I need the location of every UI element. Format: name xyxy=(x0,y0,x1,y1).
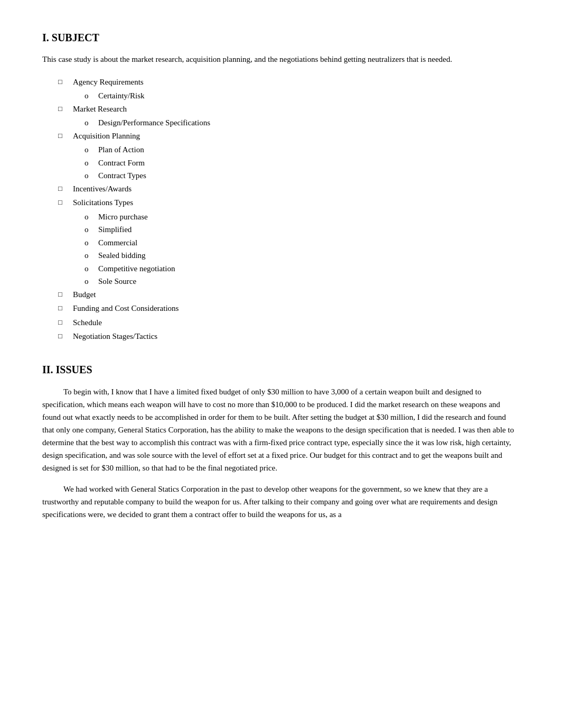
list-item-label-schedule: Schedule xyxy=(73,317,102,329)
sub-item-plan: o Plan of Action xyxy=(85,144,519,156)
sub-item-design: o Design/Performance Specifications xyxy=(85,117,519,129)
sub-outline-acquisition: o Plan of Action o Contract Form o Contr… xyxy=(85,144,519,182)
section-subject-heading: I. SUBJECT xyxy=(42,32,519,44)
sub-outline-agency: o Certainty/Risk xyxy=(85,90,519,102)
sub-outline-solicitations: o Micro purchase o Simplified o Commerci… xyxy=(85,211,519,288)
sub-bullet-certainty: o xyxy=(85,90,96,102)
list-item-schedule: □ Schedule xyxy=(58,317,519,329)
list-item-label-funding: Funding and Cost Considerations xyxy=(73,302,179,315)
sub-bullet-plan: o xyxy=(85,144,96,156)
sub-item-sole: o Sole Source xyxy=(85,275,519,288)
sub-item-label-plan: Plan of Action xyxy=(98,144,144,156)
list-item-budget: □ Budget xyxy=(58,289,519,301)
sub-item-label-competitive: Competitive negotiation xyxy=(98,263,175,275)
sub-item-label-simplified: Simplified xyxy=(98,224,132,236)
sub-item-label-certainty: Certainty/Risk xyxy=(98,90,145,102)
list-item-agency: □ Agency Requirements xyxy=(58,76,519,88)
sub-item-competitive: o Competitive negotiation xyxy=(85,263,519,275)
sub-bullet-sole: o xyxy=(85,275,96,288)
issues-paragraph-2: We had worked with General Statics Corpo… xyxy=(42,483,519,521)
sub-bullet-simplified: o xyxy=(85,224,96,236)
page-container: I. SUBJECT This case study is about the … xyxy=(42,32,519,521)
sub-item-contract-form: o Contract Form xyxy=(85,157,519,169)
list-item-label-agency: Agency Requirements xyxy=(73,76,144,88)
sub-item-contract-types: o Contract Types xyxy=(85,170,519,182)
list-item-incentives: □ Incentives/Awards xyxy=(58,183,519,195)
bullet-icon-negotiation: □ xyxy=(58,331,71,342)
list-item-acquisition: □ Acquisition Planning xyxy=(58,130,519,142)
sub-item-certainty: o Certainty/Risk xyxy=(85,90,519,102)
sub-item-label-micro: Micro purchase xyxy=(98,211,148,223)
sub-item-label-design: Design/Performance Specifications xyxy=(98,117,210,129)
bullet-icon-market: □ xyxy=(58,104,71,114)
section-issues-heading: II. ISSUES xyxy=(42,364,519,376)
sub-item-label-contract-form: Contract Form xyxy=(98,157,145,169)
bullet-icon-funding: □ xyxy=(58,303,71,314)
sub-bullet-contract-types: o xyxy=(85,170,96,182)
list-item-negotiation: □ Negotiation Stages/Tactics xyxy=(58,330,519,343)
subject-intro: This case study is about the market rese… xyxy=(42,53,519,66)
sub-item-label-commercial: Commercial xyxy=(98,237,137,249)
sub-bullet-contract-form: o xyxy=(85,157,96,169)
sub-item-label-sealed: Sealed bidding xyxy=(98,250,146,262)
outline-list: □ Agency Requirements o Certainty/Risk □… xyxy=(58,76,519,343)
list-item-label-negotiation: Negotiation Stages/Tactics xyxy=(73,330,157,343)
section-issues: II. ISSUES To begin with, I know that I … xyxy=(42,364,519,521)
sub-item-simplified: o Simplified xyxy=(85,224,519,236)
list-item-funding: □ Funding and Cost Considerations xyxy=(58,302,519,315)
bullet-icon-acquisition: □ xyxy=(58,131,71,141)
sub-item-micro: o Micro purchase xyxy=(85,211,519,223)
sub-bullet-sealed: o xyxy=(85,250,96,262)
list-item-label-market: Market Research xyxy=(73,103,127,115)
issues-paragraph-1: To begin with, I know that I have a limi… xyxy=(42,385,519,474)
bullet-icon-budget: □ xyxy=(58,289,71,300)
sub-item-sealed: o Sealed bidding xyxy=(85,250,519,262)
list-item-label-solicitations: Solicitations Types xyxy=(73,197,133,209)
list-item-label-incentives: Incentives/Awards xyxy=(73,183,132,195)
bullet-icon-solicitations: □ xyxy=(58,197,71,208)
bullet-icon-incentives: □ xyxy=(58,183,71,194)
bullet-icon-agency: □ xyxy=(58,77,71,87)
list-item-label-acquisition: Acquisition Planning xyxy=(73,130,140,142)
sub-item-label-sole: Sole Source xyxy=(98,275,136,288)
sub-bullet-commercial: o xyxy=(85,237,96,249)
sub-bullet-design: o xyxy=(85,117,96,129)
list-item-solicitations: □ Solicitations Types xyxy=(58,197,519,209)
section-subject: I. SUBJECT This case study is about the … xyxy=(42,32,519,343)
sub-bullet-competitive: o xyxy=(85,263,96,275)
sub-outline-market: o Design/Performance Specifications xyxy=(85,117,519,129)
list-item-market: □ Market Research xyxy=(58,103,519,115)
sub-bullet-micro: o xyxy=(85,211,96,223)
sub-item-label-contract-types: Contract Types xyxy=(98,170,146,182)
bullet-icon-schedule: □ xyxy=(58,317,71,328)
sub-item-commercial: o Commercial xyxy=(85,237,519,249)
list-item-label-budget: Budget xyxy=(73,289,96,301)
